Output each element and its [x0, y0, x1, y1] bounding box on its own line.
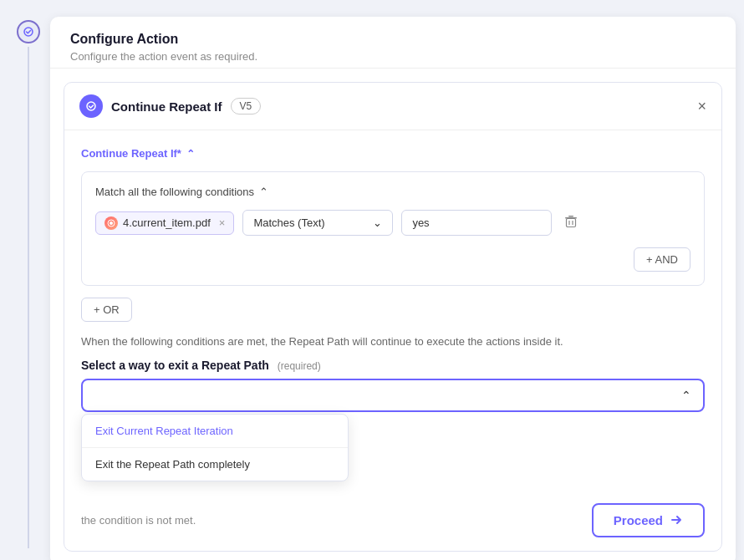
dropdown-item-0[interactable]: Exit Current Repeat Iteration — [82, 415, 348, 447]
action-card: Continue Repeat If V5 × Continue Repeat … — [64, 82, 722, 552]
close-button[interactable]: × — [697, 99, 706, 114]
footer: the condition is not met. Proceed — [64, 495, 721, 551]
operator-label: Matches (Text) — [253, 216, 324, 229]
delete-condition-button[interactable] — [560, 211, 582, 236]
arrow-right-icon — [670, 513, 683, 527]
and-row: + AND — [95, 244, 690, 272]
select-exit-label: Select a way to exit a Repeat Path (requ… — [81, 359, 705, 372]
conditions-box: Match all the following conditions ⌃ 4.c… — [81, 171, 705, 286]
step-indicator — [17, 17, 40, 548]
svg-point-3 — [110, 221, 113, 225]
svg-point-0 — [24, 28, 33, 36]
tag-close-button[interactable]: × — [216, 217, 226, 228]
operator-dropdown[interactable]: Matches (Text) ⌄ — [242, 210, 393, 236]
svg-rect-6 — [567, 218, 576, 227]
proceed-label: Proceed — [614, 513, 663, 527]
version-badge: V5 — [231, 98, 262, 115]
svg-point-1 — [87, 102, 95, 110]
svg-rect-5 — [568, 216, 573, 217]
condition-tag: 4.current_item.pdf × — [95, 211, 234, 235]
conditions-chevron-icon[interactable]: ⌃ — [259, 186, 268, 198]
panel-subtitle: Configure the action event as required. — [70, 50, 716, 63]
tag-label: 4.current_item.pdf — [123, 216, 211, 229]
card-body: Continue Repeat If* ⌃ Match all the foll… — [64, 130, 721, 495]
step-line — [28, 47, 29, 548]
configure-action-panel: Configure Action Configure the action ev… — [50, 17, 736, 560]
card-header-left: Continue Repeat If V5 — [79, 94, 261, 118]
card-title: Continue Repeat If — [111, 99, 222, 114]
condition-note: the condition is not met. — [81, 514, 582, 527]
required-badge: (required) — [278, 360, 321, 372]
card-icon — [79, 94, 103, 118]
conditions-header: Match all the following conditions ⌃ — [95, 186, 690, 198]
section-label: Continue Repeat If* ⌃ — [81, 147, 705, 160]
panel-title: Configure Action — [70, 32, 716, 47]
dropdown-menu: Exit Current Repeat Iteration Exit the R… — [81, 414, 349, 481]
dropdown-chevron-icon: ⌄ — [373, 216, 382, 229]
proceed-button[interactable]: Proceed — [592, 503, 705, 537]
exit-dropdown[interactable]: ⌃ — [81, 379, 705, 412]
card-header: Continue Repeat If V5 × — [64, 83, 721, 130]
or-button[interactable]: + OR — [81, 298, 132, 322]
panel-header: Configure Action Configure the action ev… — [50, 17, 736, 69]
dropdown-item-1[interactable]: Exit the Repeat Path completely — [82, 447, 348, 481]
and-button[interactable]: + AND — [634, 247, 690, 272]
condition-row: 4.current_item.pdf × Matches (Text) ⌄ ye… — [95, 210, 690, 236]
target-icon — [104, 216, 118, 230]
chevron-up-icon[interactable]: ⌃ — [186, 148, 195, 160]
value-input[interactable]: yes — [401, 210, 552, 236]
exit-dropdown-chevron-icon: ⌃ — [681, 389, 691, 402]
step-circle — [17, 20, 40, 43]
info-text: When the following conditions are met, t… — [81, 333, 705, 350]
